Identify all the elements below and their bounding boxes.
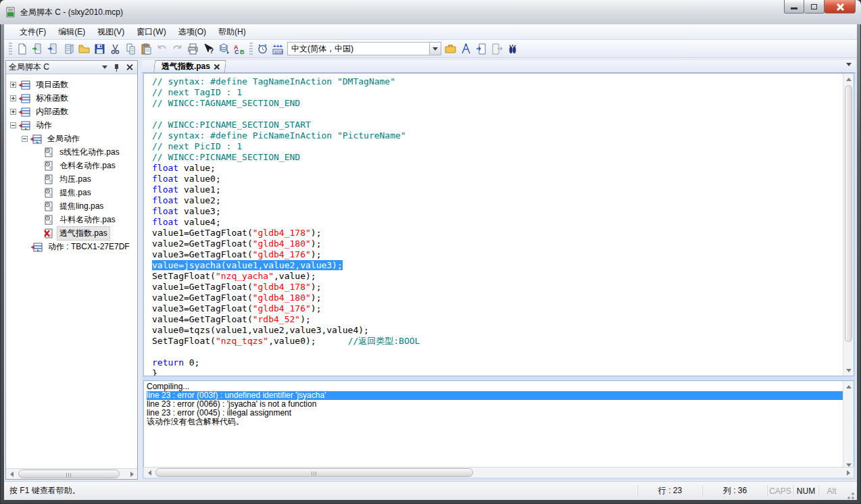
- scroll-left-arrow[interactable]: [144, 468, 155, 478]
- sidebar-dropdown-button[interactable]: [99, 62, 110, 72]
- tree-item-动作-TBCX1-27E7DF[interactable]: 动作 : TBCX1-27E7DF: [6, 240, 137, 253]
- language-combobox-dropdown-button[interactable]: [429, 43, 441, 55]
- paste-icon[interactable]: [139, 41, 154, 56]
- expand-icon[interactable]: [10, 109, 16, 115]
- window-title: 全局脚本 C - (slxy2010.mcp): [20, 7, 123, 18]
- copy-icon[interactable]: [123, 41, 139, 56]
- scroll-up-arrow[interactable]: [843, 74, 854, 84]
- minimize-icon: [791, 7, 797, 9]
- scroll-left-arrow[interactable]: [6, 469, 17, 479]
- menu-item[interactable]: 编辑(E): [52, 24, 91, 40]
- scroll-down-arrow[interactable]: [843, 365, 854, 376]
- language-combobox[interactable]: 中文(简体，中国): [287, 42, 441, 55]
- scrollbar-thumb[interactable]: [18, 470, 120, 478]
- tree-item-label: 透气指数.pas: [57, 227, 109, 240]
- pas-file-icon: [43, 188, 55, 198]
- import-icon[interactable]: [474, 41, 489, 56]
- sidebar-pin-button[interactable]: [112, 62, 122, 72]
- scroll-right-arrow[interactable]: [126, 469, 137, 479]
- tag-values-icon[interactable]: +++1010: [270, 41, 286, 56]
- export-icon[interactable]: [489, 41, 505, 56]
- redo-icon[interactable]: [170, 41, 185, 56]
- tree-item-项目函数[interactable]: 项目函数: [6, 78, 137, 91]
- cut-icon[interactable]: [107, 41, 123, 56]
- application-window: 全局脚本 C - (slxy2010.mcp) 文件(F)编辑(E)视图(V)窗…: [0, 0, 861, 504]
- tree-item-斗料名动作-pas[interactable]: 斗料名动作.pas: [6, 213, 137, 226]
- editor-vertical-scrollbar[interactable]: [843, 74, 854, 376]
- minimize-button[interactable]: [784, 0, 804, 14]
- scroll-up-arrow[interactable]: [843, 381, 854, 392]
- trigger-clock-icon[interactable]: [255, 41, 270, 56]
- code-line: SetTagFloat("nzq_yacha",value);: [152, 271, 843, 282]
- code-editor[interactable]: // syntax: #define TagNameInAction "DMTa…: [143, 73, 854, 376]
- tab-list-dropdown-button[interactable]: [846, 63, 852, 66]
- tree-item-label: 全局动作: [45, 132, 82, 145]
- toolbar-grip[interactable]: [249, 43, 253, 55]
- tree-item-内部函数[interactable]: 内部函数: [6, 105, 137, 118]
- tab-close-icon[interactable]: [214, 64, 220, 70]
- menu-item[interactable]: 选项(O): [172, 24, 212, 40]
- pas-file-icon: [43, 161, 55, 171]
- output-vertical-scrollbar[interactable]: [843, 381, 854, 470]
- tree-item-全局动作[interactable]: 全局动作: [6, 132, 137, 145]
- toolbox-icon[interactable]: [443, 41, 458, 56]
- tab-tqzs-pas[interactable]: 透气指数.pas: [153, 60, 226, 72]
- save-icon[interactable]: [92, 41, 107, 56]
- new-action-icon[interactable]: [61, 41, 76, 56]
- script-tree: 项目函数标准函数内部函数动作全局动作s线性化动作.pas仓料名动作.pas均压.…: [6, 75, 137, 468]
- pas-file-icon: [43, 215, 55, 225]
- code-line: value1=GetTagFloat("gldb4_178");: [152, 282, 843, 293]
- pas-file-icon: [43, 174, 55, 184]
- tree-item-动作[interactable]: 动作: [6, 118, 137, 132]
- tree-item-提焦ling-pas[interactable]: 提焦ling.pas: [6, 199, 137, 213]
- menu-item[interactable]: 视图(V): [91, 24, 130, 40]
- expand-icon[interactable]: [10, 95, 16, 101]
- toolbar-grip[interactable]: [9, 43, 12, 55]
- output-line[interactable]: 该动作没有包含解释代码。: [147, 418, 843, 426]
- tree-item-透气指数-pas[interactable]: 透气指数.pas: [6, 226, 137, 240]
- code-line: float value4;: [152, 217, 843, 228]
- sidebar-horizontal-scrollbar[interactable]: [6, 468, 137, 479]
- tab-bar: 透气指数.pas: [142, 60, 856, 73]
- menu-item[interactable]: 文件(F): [14, 24, 52, 40]
- collapse-icon[interactable]: [10, 122, 16, 128]
- tree-item-提焦-pas[interactable]: 提焦.pas: [6, 186, 137, 199]
- find-icon[interactable]: [505, 41, 520, 56]
- scroll-right-arrow[interactable]: [843, 468, 854, 478]
- tree-item-标准函数[interactable]: 标准函数: [6, 91, 137, 105]
- svg-text:B: B: [240, 49, 245, 55]
- output-line[interactable]: line 23 : error (0045) : illegal assignm…: [147, 409, 843, 418]
- menu-item[interactable]: 窗口(W): [130, 24, 172, 40]
- expand-icon[interactable]: [10, 82, 16, 88]
- sidebar-close-button[interactable]: [124, 62, 134, 72]
- new-project-function-icon[interactable]: [30, 41, 45, 56]
- output-horizontal-scrollbar[interactable]: [143, 467, 854, 478]
- status-alt-indicator: Alt: [818, 485, 844, 497]
- scrollbar-thumb[interactable]: [155, 468, 473, 477]
- undo-icon[interactable]: [154, 41, 170, 56]
- new-file-icon[interactable]: [14, 41, 30, 56]
- compass-icon[interactable]: [458, 41, 474, 56]
- tree-item-均压-pas[interactable]: 均压.pas: [6, 172, 137, 186]
- menu-item[interactable]: 帮助(H): [212, 24, 252, 40]
- context-help-icon[interactable]: ?: [201, 41, 216, 56]
- code-line: float value1;: [152, 184, 843, 195]
- new-standard-function-icon[interactable]: [45, 41, 61, 56]
- open-folder-icon[interactable]: [76, 41, 92, 56]
- syntax-check-icon[interactable]: ACB: [232, 41, 247, 56]
- close-icon: [836, 3, 844, 11]
- scrollbar-thumb[interactable]: [845, 85, 852, 342]
- code-text[interactable]: // syntax: #define TagNameInAction "DMTa…: [144, 74, 843, 376]
- collapse-icon[interactable]: [22, 136, 28, 142]
- restore-button[interactable]: [804, 0, 825, 14]
- close-button[interactable]: [825, 0, 856, 14]
- status-num-indicator: NUM: [793, 485, 818, 497]
- resize-grip[interactable]: [845, 490, 855, 500]
- print-icon[interactable]: [185, 41, 201, 56]
- title-bar[interactable]: 全局脚本 C - (slxy2010.mcp): [0, 0, 861, 24]
- output-lines: Compiling...line 23 : error (003f) : und…: [144, 381, 843, 470]
- tree-item-仓料名动作-pas[interactable]: 仓料名动作.pas: [6, 159, 137, 172]
- compile-all-icon[interactable]: [216, 41, 232, 56]
- chevron-down-icon: [102, 66, 107, 69]
- tree-item-s线性化动作-pas[interactable]: s线性化动作.pas: [6, 145, 137, 159]
